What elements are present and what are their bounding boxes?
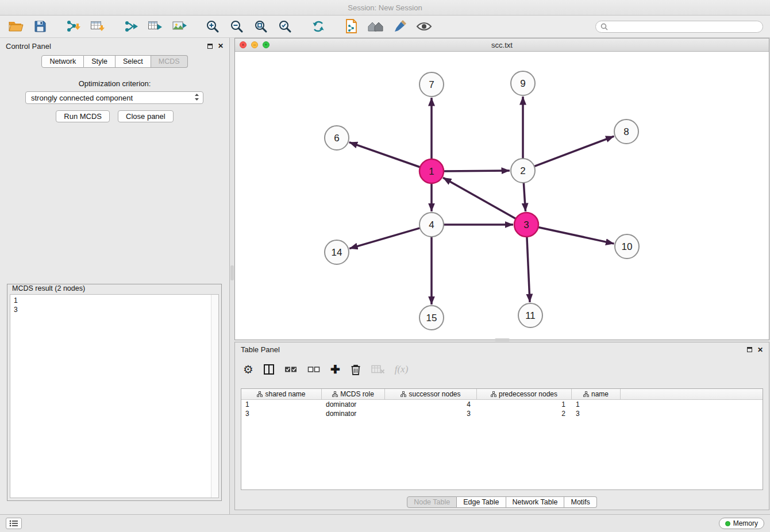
memory-button[interactable]: Memory	[719, 518, 764, 529]
table-panel-tabs: Node Table Edge Table Network Table Moti…	[235, 496, 769, 508]
close-panel-icon[interactable]: ✕	[218, 43, 224, 49]
delete-column-trash-icon[interactable]	[350, 363, 361, 376]
node-15[interactable]: 15	[419, 306, 444, 330]
node-1[interactable]: 1	[419, 159, 444, 183]
select-all-columns-icon[interactable]	[284, 365, 298, 373]
float-panel-icon[interactable]	[207, 44, 213, 49]
edge-4-14[interactable]	[349, 228, 420, 249]
tab-motifs[interactable]: Motifs	[564, 496, 596, 508]
application-window: Session: New Session	[0, 0, 770, 532]
document-network-icon	[344, 18, 359, 34]
close-table-panel-icon[interactable]: ✕	[757, 347, 763, 353]
column-header-filler	[621, 389, 763, 399]
create-column-plus-icon[interactable]: ✚	[330, 363, 340, 376]
node-6[interactable]: 6	[325, 126, 349, 150]
tab-edge-table[interactable]: Edge Table	[457, 496, 506, 508]
node-14[interactable]: 14	[325, 240, 349, 264]
node-table-header: shared name MCDS role successor nodes pr…	[241, 389, 763, 400]
node-4[interactable]: 4	[419, 213, 444, 237]
unselect-all-columns-icon[interactable]	[307, 365, 321, 373]
export-image-button[interactable]	[169, 17, 190, 36]
table-panel: Table Panel ✕ ⚙	[234, 342, 769, 510]
cell-predecessor-nodes[interactable]: 1	[477, 400, 572, 409]
edge-3-11[interactable]	[527, 237, 530, 302]
node-2[interactable]: 2	[511, 159, 535, 183]
tab-network-table[interactable]: Network Table	[506, 496, 565, 508]
search-input[interactable]	[611, 22, 758, 30]
open-session-button[interactable]	[6, 17, 26, 36]
window-minimize-button[interactable]: −	[251, 41, 258, 48]
style-brush-button[interactable]	[390, 17, 410, 36]
task-history-button[interactable]	[6, 518, 22, 529]
table-toolbar: ⚙ ✚	[243, 358, 408, 380]
node-8[interactable]: 8	[614, 119, 638, 144]
table-row[interactable]: 1 dominator 4 1 1	[241, 400, 763, 409]
column-header-successor-nodes[interactable]: successor nodes	[385, 389, 477, 399]
close-panel-button[interactable]: Close panel	[118, 110, 174, 122]
save-session-button[interactable]	[30, 17, 51, 36]
float-table-panel-icon[interactable]	[747, 347, 752, 352]
table-settings-gear-icon[interactable]: ⚙	[243, 363, 253, 376]
cell-mcds-role[interactable]: dominator	[322, 409, 385, 418]
node-3[interactable]: 3	[514, 213, 538, 237]
search-box[interactable]	[595, 21, 763, 33]
cell-shared-name[interactable]: 1	[241, 400, 322, 409]
vertical-splitter-handle[interactable]	[230, 265, 234, 280]
cell-name[interactable]: 3	[572, 409, 621, 418]
tab-select[interactable]: Select	[116, 55, 151, 68]
import-table-button[interactable]	[87, 17, 108, 36]
column-header-predecessor-nodes[interactable]: predecessor nodes	[477, 389, 572, 399]
optimization-criterion-select[interactable]: strongly connected component	[25, 91, 203, 104]
horizontal-splitter-handle[interactable]	[495, 338, 510, 341]
node-label: 9	[520, 78, 525, 89]
edge-1-2[interactable]	[444, 171, 510, 171]
node-7[interactable]: 7	[419, 72, 444, 97]
column-header-mcds-role[interactable]: MCDS role	[322, 389, 385, 399]
network-canvas[interactable]: 7968124314101511	[235, 52, 769, 340]
zoom-in-button[interactable]	[202, 17, 223, 36]
node-10[interactable]: 10	[615, 234, 639, 259]
control-panel-title: Control Panel	[6, 42, 51, 51]
cell-predecessor-nodes[interactable]: 2	[477, 409, 572, 418]
titlebar: Session: New Session	[0, 0, 770, 16]
column-type-icon	[583, 391, 589, 397]
node-9[interactable]: 9	[511, 71, 535, 95]
show-columns-icon[interactable]	[263, 364, 275, 375]
export-network-button[interactable]	[121, 17, 141, 36]
annotation-document-button[interactable]	[341, 17, 362, 36]
tab-node-table[interactable]: Node Table	[407, 496, 457, 508]
cell-successor-nodes[interactable]: 3	[385, 409, 477, 418]
edge-3-10[interactable]	[538, 228, 614, 244]
cell-shared-name[interactable]: 3	[241, 409, 322, 418]
zoom-out-button[interactable]	[226, 17, 247, 36]
zoom-fit-icon	[253, 19, 268, 34]
column-header-name[interactable]: name	[572, 389, 621, 399]
edge-3-1[interactable]	[443, 178, 516, 218]
table-row[interactable]: 3 dominator 3 2 3	[241, 409, 763, 418]
run-mcds-button[interactable]: Run MCDS	[56, 110, 110, 122]
cell-successor-nodes[interactable]: 4	[385, 400, 477, 409]
window-close-button[interactable]: ×	[240, 41, 247, 48]
node-11[interactable]: 11	[518, 303, 542, 327]
refresh-button[interactable]	[308, 17, 329, 36]
chevron-up-down-icon	[194, 93, 199, 103]
window-title: Session: New Session	[348, 3, 422, 12]
cell-name[interactable]: 1	[572, 400, 621, 409]
home-view-button[interactable]	[365, 17, 386, 36]
cell-mcds-role[interactable]: dominator	[322, 400, 385, 409]
show-hide-button[interactable]	[414, 17, 434, 36]
zoom-selected-button[interactable]	[275, 17, 295, 36]
export-table-button[interactable]	[145, 17, 165, 36]
edge-2-3[interactable]	[523, 183, 525, 211]
zoom-fit-button[interactable]	[251, 17, 271, 36]
window-zoom-button[interactable]: +	[263, 41, 270, 48]
edge-2-8[interactable]	[534, 136, 614, 167]
network-graph[interactable]: 7968124314101511	[235, 52, 769, 340]
column-header-shared-name[interactable]: shared name	[241, 389, 322, 399]
tab-network[interactable]: Network	[41, 55, 84, 68]
import-network-button[interactable]	[63, 17, 84, 36]
edge-1-6[interactable]	[349, 142, 421, 167]
result-scrollbar[interactable]	[211, 295, 218, 498]
tab-mcds[interactable]: MCDS	[151, 55, 188, 68]
tab-style[interactable]: Style	[84, 55, 116, 68]
